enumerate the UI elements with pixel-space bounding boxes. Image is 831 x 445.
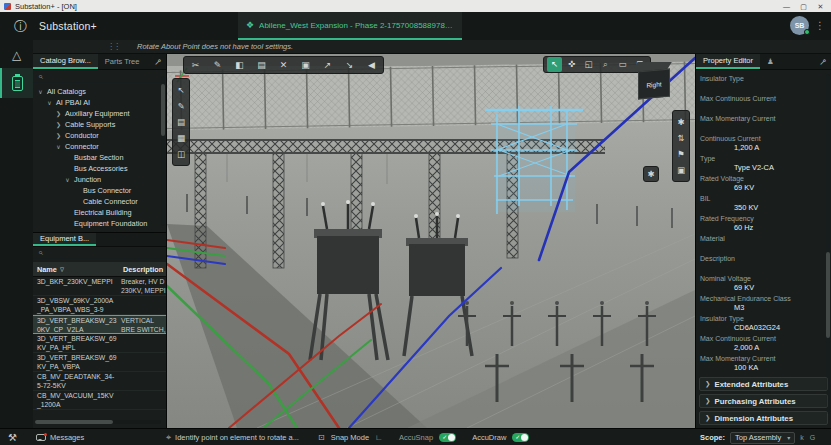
expander-icon[interactable]: ∨	[64, 176, 71, 183]
element-selection-icon[interactable]: ↖	[547, 57, 562, 72]
accudraw-toggle[interactable]	[512, 433, 529, 442]
close-button[interactable]: ✕	[814, 1, 827, 12]
fence-tool-icon[interactable]: ▣	[300, 58, 311, 73]
catalog-box-icon[interactable]: ▦	[172, 130, 190, 146]
property-field[interactable]: Max Momentary Current	[696, 114, 831, 134]
flag-marker-icon[interactable]: ⚑	[672, 146, 690, 162]
property-field[interactable]: Nominal Voltage 69 KV	[696, 274, 831, 294]
copy-element-icon[interactable]: ▤	[256, 58, 267, 73]
property-field[interactable]: Mechanical Endurance Class M3	[696, 294, 831, 314]
property-field[interactable]: Max Continuous Current 2,000 A	[696, 334, 831, 354]
walk-navigation-icon[interactable]: ✱	[672, 114, 690, 130]
expander-icon[interactable]: ∨	[55, 143, 62, 150]
maximize-button[interactable]: ▢	[797, 1, 810, 12]
model-navigator-icon[interactable]: △	[0, 42, 33, 68]
layers-icon[interactable]: ◫	[172, 146, 190, 162]
scope-dropdown[interactable]: Top Assembly	[730, 432, 795, 444]
table-row[interactable]: 3D_VERT_BREAKSW_69KV_PA_HPL	[33, 334, 166, 353]
pin-icon[interactable]: ⊸	[152, 56, 164, 68]
view-cube[interactable]: Right	[632, 62, 674, 102]
3d-viewport[interactable]: ✂✎◧▤✕▣↗↘◀ ↖✜◱⌕▭⊟ ↖✎▤▦◫ ✱⇅⚑▣ Right ✱	[167, 54, 695, 428]
view-cube-face[interactable]: Right	[638, 69, 670, 100]
erase-tool-icon[interactable]: ✂	[190, 58, 201, 73]
pencil-tool-icon[interactable]: ✎	[212, 58, 223, 73]
keypoint-snap-icon[interactable]: ∟	[375, 433, 383, 442]
property-field[interactable]: Material	[696, 234, 831, 254]
property-field[interactable]: Rated Voltage 69 KV	[696, 174, 831, 194]
selected-equipment[interactable]	[485, 106, 583, 214]
tab-property-editor[interactable]: Property Editor	[696, 54, 760, 69]
equipment-h-scrollbar[interactable]	[35, 420, 161, 424]
catalog-tree-item[interactable]: Bus Accessories	[33, 163, 166, 174]
catalog-scrollbar[interactable]	[161, 76, 165, 226]
snap-mode-button[interactable]: Snap Mode	[331, 433, 369, 442]
messages-button[interactable]: Messages	[36, 429, 84, 445]
3d-scene[interactable]	[167, 54, 695, 428]
catalog-tree-item[interactable]: Busbar Section	[33, 152, 166, 163]
catalog-tree-item[interactable]: Electrical Building	[33, 207, 166, 218]
column-name[interactable]: Name	[33, 262, 119, 276]
property-field[interactable]: Description	[696, 254, 831, 274]
saved-view-icon[interactable]: ▣	[672, 162, 690, 178]
tab-parts-tree[interactable]: Parts Tree	[98, 54, 147, 69]
modify-element-icon[interactable]: ◧	[234, 58, 245, 73]
accusnap-toggle[interactable]	[439, 433, 456, 442]
property-field[interactable]: Max Momentary Current 100 KA	[696, 354, 831, 374]
catalog-tree-item[interactable]: ∨ All Catalogs	[33, 86, 166, 97]
select-cursor-icon[interactable]: ↖	[172, 82, 190, 98]
expander-icon[interactable]: ∨	[46, 99, 53, 106]
property-field[interactable]: Type Type V2-CA	[696, 154, 831, 174]
table-row[interactable]: CB_MV_DEADTANK_34-5-72-5KV	[33, 372, 166, 391]
catalog-tree-item[interactable]: Bus Connector	[33, 185, 166, 196]
fly-navigation-icon[interactable]: ⇅	[672, 130, 690, 146]
table-row[interactable]: CB_MV_VACUUM_15KV_1200A	[33, 391, 166, 410]
catalog-tree-item[interactable]: ∨ Connector	[33, 141, 166, 152]
window-area-icon[interactable]: ▭	[615, 57, 630, 72]
expander-icon[interactable]: ❯	[55, 110, 62, 117]
tab-person[interactable]: ♟	[760, 54, 781, 69]
info-icon[interactable]: ⓘ	[14, 20, 27, 33]
property-field[interactable]: Insulator Type	[696, 74, 831, 94]
expander-icon[interactable]: ❯	[55, 132, 62, 139]
catalog-tree-item[interactable]: Cable Connector	[33, 196, 166, 207]
rotate-element-icon[interactable]: ↘	[344, 58, 355, 73]
property-field[interactable]: Insulator Type CD6A032G24	[696, 314, 831, 334]
catalog-tree-item[interactable]: ∨ Junction	[33, 174, 166, 185]
equipment-search-input[interactable]	[33, 247, 166, 259]
property-scrollbar[interactable]	[826, 74, 830, 414]
notes-icon[interactable]: ▤	[172, 114, 190, 130]
drag-grip-icon[interactable]: ⋮⋮	[107, 42, 119, 51]
table-row[interactable]: 3D_BKR_230KV_MEPPI Breaker, HV D 230KV, …	[33, 277, 166, 296]
overflow-menu-icon[interactable]: ⋮	[815, 20, 825, 31]
property-field[interactable]: Continuous Current 1,200 A	[696, 134, 831, 154]
mirror-element-icon[interactable]: ◀	[366, 58, 377, 73]
property-field[interactable]: Rated Frequency 60 Hz	[696, 214, 831, 234]
document-tab[interactable]: Abilene_West Expansion - Phase 2-1757008…	[238, 12, 462, 40]
locate-icon[interactable]: ⊡	[318, 433, 325, 442]
catalog-tree-item[interactable]: Equipment Foundation	[33, 218, 166, 229]
attribute-section[interactable]: Purchasing Attributes	[699, 394, 828, 408]
minimize-button[interactable]: —	[780, 1, 793, 12]
fit-view-icon[interactable]: ◱	[581, 57, 596, 72]
catalog-search-input[interactable]	[33, 70, 166, 83]
tab-catalog-browser[interactable]: Catalog Brow...	[33, 54, 98, 69]
move-element-icon[interactable]: ↗	[322, 58, 333, 73]
zoom-view-icon[interactable]: ⌕	[598, 57, 613, 72]
table-row[interactable]: 3D_VERT_BREAKSW_230KV_CP_V2LA VERTICAL B…	[33, 315, 166, 334]
attribute-section[interactable]: Extended Attributes	[699, 377, 828, 391]
catalog-tree-item[interactable]: ❯ Conductor	[33, 130, 166, 141]
delete-element-icon[interactable]: ✕	[278, 58, 289, 73]
catalog-tree-item[interactable]: ∨ AI PBAI AI	[33, 97, 166, 108]
equipment-catalog-icon[interactable]	[0, 68, 33, 98]
tools-icon[interactable]: ⚒	[8, 429, 17, 445]
property-field[interactable]: Max Continuous Current	[696, 94, 831, 114]
attribute-section[interactable]: Dimension Attributes	[699, 411, 828, 425]
expander-icon[interactable]: ∨	[37, 88, 44, 95]
pin-icon[interactable]: ⊸	[817, 56, 829, 68]
pan-hand-button[interactable]: ✱	[643, 166, 659, 182]
table-row[interactable]: 3D_VERT_BREAKSW_69KV_PA_VBPA	[33, 353, 166, 372]
expander-icon[interactable]: ❯	[55, 121, 62, 128]
column-description[interactable]: Description	[119, 262, 166, 276]
pen-markup-icon[interactable]: ✎	[172, 98, 190, 114]
tab-equipment-browser[interactable]: Equipment B...	[33, 233, 96, 246]
